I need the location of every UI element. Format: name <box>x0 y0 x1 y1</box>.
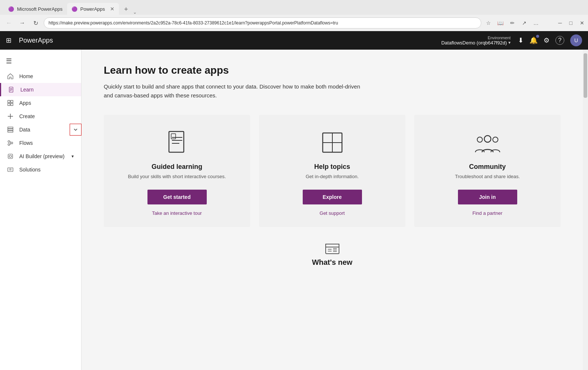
data-expand-button[interactable] <box>70 124 82 136</box>
bell-icon[interactable]: 🔔 <box>529 36 538 44</box>
svg-rect-32 <box>326 244 339 254</box>
community-desc: Troubleshoot and share ideas. <box>455 174 520 179</box>
home-icon <box>7 73 15 79</box>
forward-button[interactable]: → <box>17 18 27 28</box>
interactive-tour-link[interactable]: Take an interactive tour <box>152 210 202 216</box>
sidebar-item-learn-label: Learn <box>20 87 34 93</box>
svg-point-14 <box>11 142 13 144</box>
solutions-icon <box>7 167 15 173</box>
browser-chrome: 🟣 Microsoft PowerApps 🟣 PowerApps ✕ + ⌄ … <box>0 0 588 31</box>
settings-more-icon[interactable]: … <box>532 20 541 26</box>
environment-dropdown-icon[interactable]: ▾ <box>508 40 511 45</box>
sidebar-item-data[interactable]: Data <box>0 123 81 136</box>
svg-rect-4 <box>8 100 10 103</box>
address-input[interactable] <box>44 17 481 29</box>
data-icon <box>7 127 15 133</box>
apps-icon <box>7 100 15 106</box>
get-started-button[interactable]: Get started <box>147 190 207 204</box>
svg-rect-33 <box>326 244 339 247</box>
hamburger-menu[interactable]: ☰ <box>0 53 81 70</box>
user-avatar[interactable]: U <box>570 34 582 46</box>
help-topics-desc: Get in-depth information. <box>306 174 359 179</box>
maximize-button[interactable]: □ <box>569 20 572 26</box>
pen-icon[interactable]: ✏ <box>508 20 517 26</box>
flows-icon <box>7 140 15 146</box>
address-bar: ← → ↻ ☆ 📖 ✏ ↗ … ─ □ ✕ <box>0 15 588 31</box>
tab-bar: 🟣 Microsoft PowerApps 🟣 PowerApps ✕ + ⌄ <box>0 0 588 15</box>
share-icon[interactable]: ↗ <box>520 20 529 26</box>
sidebar-item-create-label: Create <box>19 113 35 119</box>
sidebar-item-data-label: Data <box>19 127 30 133</box>
svg-rect-16 <box>8 154 13 159</box>
sidebar-item-flows-label: Flows <box>19 140 33 146</box>
environment-label: Environment <box>441 36 511 40</box>
tab-1-label: Microsoft PowerApps <box>17 6 63 12</box>
explore-button[interactable]: Explore <box>303 190 362 204</box>
svg-rect-10 <box>8 127 13 129</box>
guided-learning-title: Guided learning <box>152 163 202 171</box>
community-icon <box>475 130 501 156</box>
favorites-icon[interactable]: ☆ <box>484 20 493 26</box>
page-subtext: Quickly start to build and share apps th… <box>104 82 363 100</box>
main-content: Learn how to create apps Quickly start t… <box>82 50 583 370</box>
sidebar-item-home-label: Home <box>19 73 33 79</box>
svg-point-31 <box>493 137 498 142</box>
sidebar-item-ai-builder-label: AI Builder (preview) <box>19 153 64 159</box>
whats-new-icon <box>325 242 340 255</box>
topbar-icons: ⬇ 🔔 ⚙ ? U <box>518 34 582 46</box>
svg-rect-12 <box>8 131 13 132</box>
whats-new-section: What's new <box>104 242 561 267</box>
svg-point-15 <box>8 144 10 146</box>
sidebar-item-ai-builder[interactable]: AI Builder (preview) ▾ <box>0 150 81 163</box>
notification-badge <box>536 35 539 38</box>
sidebar-item-home[interactable]: Home <box>0 70 81 83</box>
guided-learning-icon <box>164 130 190 156</box>
download-icon[interactable]: ⬇ <box>518 36 524 44</box>
top-bar: ⊞ PowerApps Environment DataflowsDemo (o… <box>0 31 588 50</box>
guided-learning-desc: Build your skills with short interactive… <box>128 174 226 179</box>
reading-mode-icon[interactable]: 📖 <box>496 20 505 26</box>
whats-new-title: What's new <box>312 258 352 267</box>
ai-builder-expand-icon: ▾ <box>72 154 74 159</box>
settings-icon[interactable]: ⚙ <box>544 36 549 44</box>
sidebar-item-solutions[interactable]: Solutions <box>0 163 81 176</box>
app-container: ☰ Home Learn <box>0 50 588 370</box>
help-icon[interactable]: ? <box>555 36 564 45</box>
join-in-button[interactable]: Join in <box>458 190 517 204</box>
svg-point-17 <box>9 155 11 157</box>
guided-learning-card: Guided learning Build your skills with s… <box>104 115 250 227</box>
svg-rect-7 <box>11 103 13 106</box>
sidebar-item-learn[interactable]: Learn <box>0 83 81 96</box>
environment-info: Environment DataflowsDemo (orqb647f92d) … <box>441 36 511 46</box>
svg-rect-6 <box>8 103 10 106</box>
tab-new-button[interactable]: + <box>120 4 132 15</box>
sidebar-item-apps[interactable]: Apps <box>0 96 81 110</box>
refresh-button[interactable]: ↻ <box>30 18 41 28</box>
svg-rect-25 <box>171 134 176 139</box>
learn-icon <box>9 87 16 93</box>
waffle-menu-icon[interactable]: ⊞ <box>6 36 11 44</box>
scroll-thumb[interactable] <box>584 53 587 98</box>
minimize-button[interactable]: ─ <box>558 20 562 26</box>
get-support-link[interactable]: Get support <box>320 210 345 216</box>
scrollbar[interactable] <box>583 50 588 370</box>
close-window-button[interactable]: ✕ <box>580 20 584 26</box>
sidebar-item-apps-label: Apps <box>19 100 31 106</box>
tab-close-button[interactable]: ✕ <box>110 6 114 12</box>
sidebar: ☰ Home Learn <box>0 50 82 370</box>
tab-dropdown-button[interactable]: ⌄ <box>133 10 137 15</box>
tab-1[interactable]: 🟣 Microsoft PowerApps <box>4 3 67 15</box>
svg-rect-5 <box>11 100 13 103</box>
find-partner-link[interactable]: Find a partner <box>472 210 502 216</box>
sidebar-item-flows[interactable]: Flows <box>0 136 81 150</box>
tab-2-label: PowerApps <box>80 6 105 12</box>
tab-2[interactable]: 🟣 PowerApps ✕ <box>67 3 119 15</box>
community-title: Community <box>469 163 506 171</box>
page-heading: Learn how to create apps <box>104 64 561 76</box>
back-button[interactable]: ← <box>4 18 14 28</box>
sidebar-item-create[interactable]: Create <box>0 110 81 123</box>
environment-name[interactable]: DataflowsDemo (orqb647f92d) <box>441 40 507 46</box>
svg-point-30 <box>477 137 482 142</box>
ai-builder-icon <box>7 153 15 159</box>
community-card: Community Troubleshoot and share ideas. … <box>414 115 561 227</box>
